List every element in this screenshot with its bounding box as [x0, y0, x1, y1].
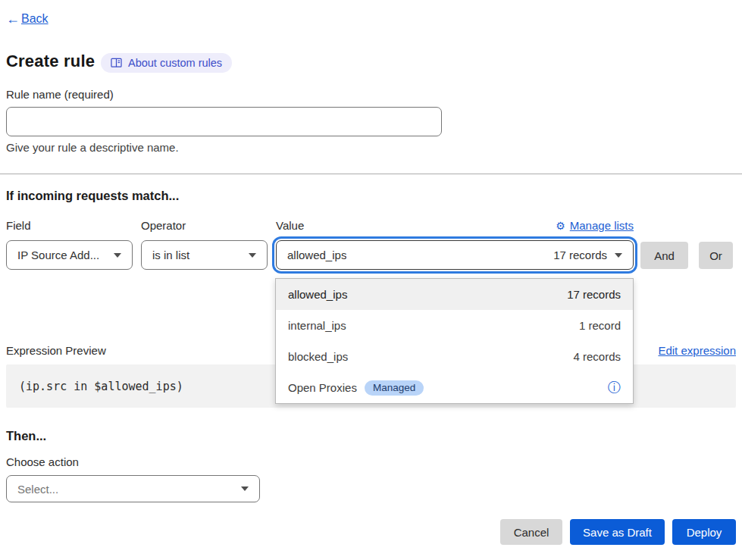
chevron-down-icon — [114, 253, 121, 258]
chevron-down-icon — [241, 486, 249, 491]
gear-icon: ⚙︎ — [556, 220, 565, 232]
choose-action-label: Choose action — [6, 455, 79, 468]
rule-name-helper-text: Give your rule a descriptive name. — [6, 141, 179, 154]
chevron-down-icon — [615, 253, 622, 258]
value-select[interactable]: allowed_ips 17 records — [276, 240, 634, 270]
dropdown-option-internal-ips[interactable]: internal_ips 1 record — [276, 310, 633, 341]
dropdown-option-blocked-ips[interactable]: blocked_ips 4 records — [276, 341, 633, 372]
back-link[interactable]: ← Back — [6, 12, 49, 26]
manage-lists-link[interactable]: ⚙︎ Manage lists — [556, 219, 634, 232]
operator-select-value: is in list — [152, 249, 241, 261]
managed-badge: Managed — [365, 380, 424, 396]
value-select-value: allowed_ips — [287, 249, 346, 261]
option-count: 17 records — [567, 288, 621, 301]
field-select-value: IP Source Add... — [17, 249, 106, 261]
value-label: Value — [276, 219, 304, 232]
option-name: Open Proxies — [288, 381, 357, 394]
option-count: 4 records — [573, 350, 621, 363]
back-label: Back — [21, 12, 49, 26]
action-select[interactable]: Select... — [6, 475, 260, 502]
value-dropdown-menu: allowed_ips 17 records internal_ips 1 re… — [275, 278, 634, 404]
page-title: Create rule — [6, 52, 95, 71]
info-icon[interactable]: ⓘ — [608, 381, 621, 394]
action-select-placeholder: Select... — [17, 483, 233, 496]
about-custom-rules-link[interactable]: About custom rules — [101, 53, 232, 73]
rule-name-input[interactable] — [6, 107, 442, 136]
save-as-draft-button[interactable]: Save as Draft — [570, 519, 665, 545]
deploy-button[interactable]: Deploy — [672, 519, 736, 545]
option-name: blocked_ips — [288, 350, 348, 363]
then-section-heading: Then... — [6, 429, 46, 443]
cancel-button[interactable]: Cancel — [500, 519, 562, 545]
dropdown-option-open-proxies[interactable]: Open Proxies Managed ⓘ — [276, 372, 633, 403]
operator-select[interactable]: is in list — [141, 240, 268, 270]
dropdown-option-allowed-ips[interactable]: allowed_ips 17 records — [276, 279, 633, 310]
or-button[interactable]: Or — [699, 242, 733, 269]
option-count: 1 record — [579, 319, 621, 332]
about-custom-rules-label: About custom rules — [128, 57, 222, 69]
chevron-down-icon — [249, 253, 256, 258]
manage-lists-label: Manage lists — [570, 219, 634, 232]
field-label: Field — [6, 219, 31, 232]
option-name: internal_ips — [288, 319, 346, 332]
edit-expression-link[interactable]: Edit expression — [658, 344, 736, 357]
match-section-heading: If incoming requests match... — [6, 189, 179, 203]
and-button[interactable]: And — [640, 242, 688, 269]
option-name: allowed_ips — [288, 288, 347, 301]
section-divider — [0, 174, 742, 174]
operator-label: Operator — [141, 219, 186, 232]
rule-name-label: Rule name (required) — [6, 88, 114, 101]
field-select[interactable]: IP Source Add... — [6, 240, 133, 270]
expression-preview-label: Expression Preview — [6, 344, 106, 357]
back-arrow-icon: ← — [6, 12, 20, 26]
expression-code: (ip.src in $allowed_ips) — [19, 380, 183, 393]
create-rule-page: ← Back Create rule About custom rules Ru… — [0, 0, 742, 560]
book-icon — [111, 58, 122, 68]
value-select-count: 17 records — [544, 249, 607, 261]
